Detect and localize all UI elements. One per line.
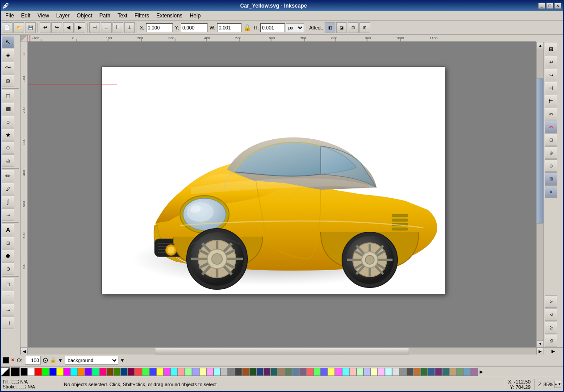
palette-color-35[interactable] bbox=[271, 368, 278, 376]
affect-both[interactable]: ⊞ bbox=[359, 22, 370, 33]
palette-color-25[interactable] bbox=[199, 368, 206, 376]
affect-pos[interactable]: ◪ bbox=[336, 22, 347, 33]
palette-color-53[interactable] bbox=[399, 368, 406, 376]
lock-icon[interactable]: 🔓 bbox=[242, 24, 252, 31]
palette-color-61[interactable] bbox=[456, 368, 464, 376]
snap-btn-bottom1[interactable]: ⊳ bbox=[545, 295, 557, 308]
minimize-button[interactable]: _ bbox=[538, 3, 545, 9]
palette-color-43[interactable] bbox=[328, 368, 335, 376]
palette-color-39[interactable] bbox=[299, 368, 306, 376]
lock-layer-icon[interactable]: 🔒 bbox=[50, 357, 56, 363]
vscrollbar[interactable]: ▲ ▼ bbox=[536, 42, 543, 347]
palette-color-9[interactable] bbox=[85, 368, 92, 376]
affect-all[interactable]: ◧ bbox=[325, 22, 335, 33]
snap-btn-grid[interactable]: ⊞ bbox=[545, 172, 557, 185]
hscroll-track[interactable] bbox=[28, 348, 536, 354]
palette-scroll-right[interactable]: ▶ bbox=[478, 367, 485, 376]
tool-select[interactable]: ↖ bbox=[2, 36, 14, 48]
fill-swatch[interactable] bbox=[12, 380, 19, 384]
palette-color-10[interactable] bbox=[92, 368, 99, 376]
menu-edit[interactable]: Edit bbox=[17, 12, 34, 20]
menu-file[interactable]: File bbox=[2, 12, 17, 20]
snap-btn-bottom4[interactable]: ⊴ bbox=[545, 334, 557, 346]
snap-btn-8[interactable]: ⊡ bbox=[545, 133, 557, 146]
snap-btn-2[interactable]: ↩ bbox=[545, 56, 557, 68]
palette-color-13[interactable] bbox=[113, 368, 121, 376]
palette-color-8[interactable] bbox=[78, 368, 85, 376]
close-button[interactable]: × bbox=[554, 3, 561, 9]
align-center[interactable]: ≡ bbox=[101, 22, 112, 33]
palette-color-20[interactable] bbox=[163, 368, 171, 376]
palette-color-26[interactable] bbox=[206, 368, 213, 376]
palette-color-49[interactable] bbox=[371, 368, 378, 376]
no-color-swatch[interactable] bbox=[1, 367, 10, 376]
undo-button[interactable]: ↩ bbox=[40, 22, 50, 33]
layer-select[interactable]: background bbox=[65, 356, 118, 365]
opacity-input[interactable] bbox=[25, 356, 41, 365]
tool-spray[interactable]: ⋮ bbox=[2, 291, 14, 303]
maximize-button[interactable]: □ bbox=[546, 3, 553, 9]
palette-color-48[interactable] bbox=[363, 368, 371, 376]
palette-color-1[interactable] bbox=[28, 368, 35, 376]
palette-color-22[interactable] bbox=[178, 368, 185, 376]
palette-color-2[interactable] bbox=[35, 368, 42, 376]
palette-color-60[interactable] bbox=[449, 368, 456, 376]
stroke-swatch[interactable] bbox=[19, 385, 26, 388]
palette-color-7[interactable] bbox=[71, 368, 78, 376]
redo-button[interactable]: ↪ bbox=[51, 22, 62, 33]
palette-color-21[interactable] bbox=[171, 368, 178, 376]
save-button[interactable]: 💾 bbox=[25, 22, 36, 33]
palette-color-40[interactable] bbox=[306, 368, 313, 376]
palette-color-29[interactable] bbox=[228, 368, 235, 376]
palette-color-33[interactable] bbox=[256, 368, 263, 376]
remove-fill-icon[interactable]: ✕ bbox=[11, 358, 14, 363]
distribute[interactable]: ⊥ bbox=[124, 22, 135, 33]
vscroll-track[interactable] bbox=[537, 49, 543, 340]
hscroll-left[interactable]: ◀ bbox=[21, 348, 28, 355]
snap-btn-xml[interactable]: ≡ bbox=[545, 185, 557, 198]
affect-size[interactable]: ⊡ bbox=[348, 22, 359, 33]
palette-color-59[interactable] bbox=[442, 368, 449, 376]
menu-object[interactable]: Object bbox=[73, 12, 96, 20]
palette-color-50[interactable] bbox=[378, 368, 385, 376]
history-fwd[interactable]: ▶ bbox=[75, 22, 85, 33]
palette-color-6[interactable] bbox=[63, 368, 71, 376]
open-button[interactable]: 📂 bbox=[13, 22, 24, 33]
palette-color-47[interactable] bbox=[356, 368, 363, 376]
snap-btn-10[interactable]: ⊖ bbox=[545, 159, 557, 172]
palette-color-45[interactable] bbox=[342, 368, 349, 376]
h-input[interactable] bbox=[260, 23, 285, 32]
hscrollbar[interactable]: ◀ ▶ ▶ bbox=[21, 347, 563, 354]
snap-btn-6[interactable]: ✂ bbox=[545, 108, 557, 120]
palette-color-4[interactable] bbox=[49, 368, 56, 376]
tool-dropper[interactable]: ⊙ bbox=[2, 263, 14, 275]
menu-layer[interactable]: Layer bbox=[53, 12, 73, 20]
palette-color-51[interactable] bbox=[385, 368, 392, 376]
snap-btn-4[interactable]: ⊣ bbox=[545, 82, 557, 94]
hscroll-thumb[interactable] bbox=[155, 348, 409, 354]
tool-placeholder[interactable]: ⊸ bbox=[2, 209, 14, 221]
menu-path[interactable]: Path bbox=[96, 12, 114, 20]
tool-zoom[interactable]: ⊕ bbox=[2, 75, 14, 87]
palette-color-24[interactable] bbox=[192, 368, 199, 376]
palette-color-37[interactable] bbox=[285, 368, 292, 376]
palette-color-62[interactable] bbox=[464, 368, 471, 376]
tool-measure[interactable]: ⊣ bbox=[2, 317, 14, 329]
tool-erase[interactable]: ◻ bbox=[2, 278, 14, 290]
align-left[interactable]: ⊣ bbox=[89, 22, 100, 33]
tool-connector[interactable]: ⊸ bbox=[2, 304, 14, 316]
palette-color-14[interactable] bbox=[121, 368, 128, 376]
palette-color-57[interactable] bbox=[428, 368, 435, 376]
menu-view[interactable]: View bbox=[34, 12, 53, 20]
palette-color-5[interactable] bbox=[56, 368, 63, 376]
snap-btn-3[interactable]: ↪ bbox=[545, 69, 557, 81]
menu-extensions[interactable]: Extensions bbox=[153, 12, 186, 20]
snap-btn-bottom3[interactable]: ⊵ bbox=[545, 321, 557, 334]
tool-node[interactable]: ◈ bbox=[2, 49, 14, 61]
vscroll-down[interactable]: ▼ bbox=[537, 340, 544, 347]
palette-color-23[interactable] bbox=[185, 368, 192, 376]
palette-color-46[interactable] bbox=[349, 368, 356, 376]
palette-color-30[interactable] bbox=[235, 368, 242, 376]
snap-btn-7[interactable]: ✂ bbox=[545, 121, 557, 133]
tool-gradient-text[interactable]: ⊡ bbox=[2, 237, 14, 249]
